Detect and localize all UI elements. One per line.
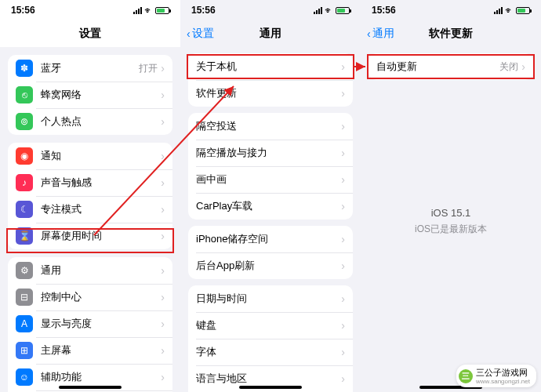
row-datetime[interactable]: 日期与时间› xyxy=(188,285,353,312)
row-background-refresh[interactable]: 后台App刷新› xyxy=(188,252,353,279)
about-group: 关于本机› 软件更新› xyxy=(188,53,353,107)
row-focus[interactable]: ☾专注模式› xyxy=(8,196,172,223)
row-software-update[interactable]: 软件更新› xyxy=(188,80,353,107)
cellular-icon: ⎋ xyxy=(16,86,33,103)
chevron-right-icon: › xyxy=(161,176,165,189)
status-indicators: ᯤ xyxy=(494,5,530,15)
chevron-right-icon: › xyxy=(161,150,165,162)
chevron-right-icon: › xyxy=(341,233,345,245)
grid-icon: ⊞ xyxy=(16,342,33,359)
row-sounds[interactable]: ♪声音与触感› xyxy=(8,169,172,196)
notifications-group: ◉通知› ♪声音与触感› ☾专注模式› ⌛屏幕使用时间› xyxy=(8,143,172,249)
chevron-right-icon: › xyxy=(161,62,165,74)
chevron-right-icon: › xyxy=(341,147,345,159)
page-title: 通用 xyxy=(260,27,281,41)
hotspot-icon: ⊚ xyxy=(16,113,33,130)
version-info: iOS 15.1 iOS已是最新版本 xyxy=(361,205,541,237)
chevron-right-icon: › xyxy=(161,318,165,330)
watermark-icon: 三 xyxy=(459,369,473,383)
switches-icon: ⊟ xyxy=(16,289,33,306)
row-pip[interactable]: 画中画› xyxy=(188,166,353,193)
row-homescreen[interactable]: ⊞主屏幕› xyxy=(8,337,172,364)
status-bar: 15:56 ᯤ xyxy=(180,0,361,20)
row-hotspot[interactable]: ⊚ 个人热点 › xyxy=(8,108,172,135)
chevron-right-icon: › xyxy=(161,264,165,277)
row-about[interactable]: 关于本机› xyxy=(188,53,353,80)
settings-root-screen: 15:56 ᯤ 设置 ✽ 蓝牙 打开 › ⎋ 蜂窝网络 › ⊚ xyxy=(0,0,180,392)
chevron-right-icon: › xyxy=(161,344,165,357)
connectivity-group: ✽ 蓝牙 打开 › ⎋ 蜂窝网络 › ⊚ 个人热点 › xyxy=(8,55,172,135)
chevron-right-icon: › xyxy=(341,60,345,73)
chevron-left-icon: ‹ xyxy=(367,27,371,40)
airplay-group: 隔空投送› 隔空播放与接力› 画中画› CarPlay车载› xyxy=(188,113,353,220)
chevron-right-icon: › xyxy=(341,173,345,186)
chevron-right-icon: › xyxy=(161,115,165,128)
home-indicator[interactable] xyxy=(239,386,302,389)
row-fonts[interactable]: 字体› xyxy=(188,339,353,365)
accessibility-icon: ☺ xyxy=(16,368,33,386)
chevron-left-icon: ‹ xyxy=(187,27,191,40)
chevron-right-icon: › xyxy=(341,292,345,305)
auto-update-group: 自动更新 关闭 › xyxy=(369,53,533,80)
nav-bar: ‹设置 通用 xyxy=(180,20,361,47)
status-time: 15:56 xyxy=(11,5,35,16)
chevron-right-icon: › xyxy=(161,203,165,216)
row-screentime[interactable]: ⌛屏幕使用时间› xyxy=(8,223,172,249)
speaker-icon: ♪ xyxy=(16,174,33,191)
row-airdrop[interactable]: 隔空投送› xyxy=(188,113,353,140)
row-general[interactable]: ⚙通用› xyxy=(8,257,172,284)
row-notifications[interactable]: ◉通知› xyxy=(8,143,172,169)
row-auto-update[interactable]: 自动更新 关闭 › xyxy=(369,53,533,80)
back-button[interactable]: ‹设置 xyxy=(187,27,214,41)
locale-group: 日期与时间› 键盘› 字体› 语言与地区› 词典› xyxy=(188,285,353,392)
back-button[interactable]: ‹通用 xyxy=(367,27,394,41)
status-time: 15:56 xyxy=(372,5,396,16)
chevron-right-icon: › xyxy=(341,200,345,212)
status-indicators: ᯤ xyxy=(314,5,350,15)
status-bar: 15:56 ᯤ xyxy=(0,0,180,20)
bell-icon: ◉ xyxy=(16,147,33,165)
page-title: 软件更新 xyxy=(429,27,473,41)
status-indicators: ᯤ xyxy=(133,5,169,15)
nav-bar: ‹通用 软件更新 xyxy=(361,20,541,47)
home-indicator[interactable] xyxy=(59,386,122,389)
status-time: 15:56 xyxy=(191,5,216,16)
hourglass-icon: ⌛ xyxy=(16,227,33,245)
chevron-right-icon: › xyxy=(341,319,345,332)
gear-icon: ⚙ xyxy=(16,262,33,279)
row-airplay[interactable]: 隔空播放与接力› xyxy=(188,140,353,166)
chevron-right-icon: › xyxy=(341,372,345,385)
row-cellular[interactable]: ⎋ 蜂窝网络 › xyxy=(8,82,172,108)
nav-bar: 设置 xyxy=(0,20,180,47)
chevron-right-icon: › xyxy=(341,260,345,272)
chevron-right-icon: › xyxy=(341,346,345,358)
status-bar: 15:56 ᯤ xyxy=(361,0,541,20)
chevron-right-icon: › xyxy=(161,230,165,242)
system-group: ⚙通用› ⊟控制中心› A显示与亮度› ⊞主屏幕› ☺辅助功能› ❀墙纸› ●S… xyxy=(8,257,172,392)
general-screen: 15:56 ᯤ ‹设置 通用 关于本机› 软件更新› 隔空投送› 隔空播放与接力… xyxy=(180,0,361,392)
row-control-center[interactable]: ⊟控制中心› xyxy=(8,284,172,310)
chevron-right-icon: › xyxy=(161,291,165,303)
brightness-icon: A xyxy=(16,315,33,332)
page-title: 设置 xyxy=(79,27,101,41)
storage-group: iPhone储存空间› 后台App刷新› xyxy=(188,226,353,279)
row-keyboard[interactable]: 键盘› xyxy=(188,312,353,339)
row-storage[interactable]: iPhone储存空间› xyxy=(188,226,353,252)
moon-icon: ☾ xyxy=(16,201,33,218)
chevron-right-icon: › xyxy=(341,87,345,100)
chevron-right-icon: › xyxy=(521,60,525,73)
row-bluetooth[interactable]: ✽ 蓝牙 打开 › xyxy=(8,55,172,82)
row-carplay[interactable]: CarPlay车载› xyxy=(188,193,353,220)
software-update-screen: 15:56 ᯤ ‹通用 软件更新 自动更新 关闭 › iOS 15.1 iOS已… xyxy=(361,0,541,392)
row-display[interactable]: A显示与亮度› xyxy=(8,310,172,337)
watermark: 三 三公子游戏网 www.sangongzi.net xyxy=(456,365,536,387)
chevron-right-icon: › xyxy=(161,89,165,101)
bluetooth-icon: ✽ xyxy=(16,60,33,77)
chevron-right-icon: › xyxy=(161,371,165,383)
chevron-right-icon: › xyxy=(341,120,345,132)
